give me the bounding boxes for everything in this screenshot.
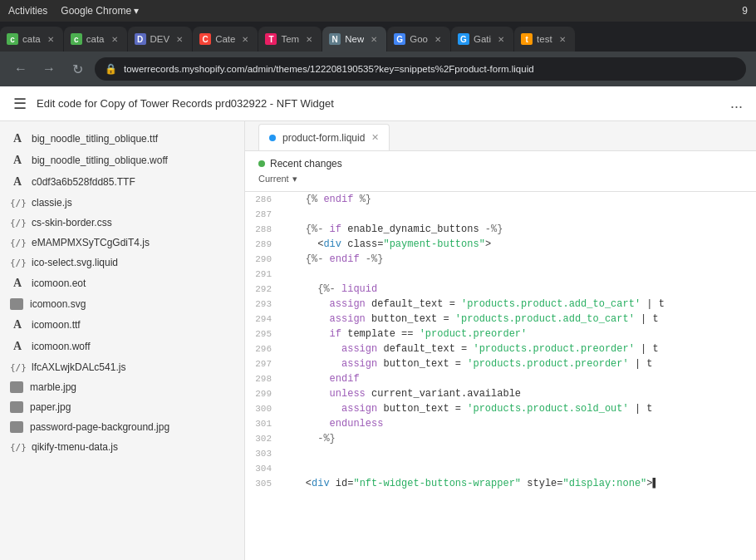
back-button[interactable]: ←: [10, 58, 32, 80]
code-line: 301 endunless: [245, 416, 756, 431]
sidebar-file-item[interactable]: Ac0df3a6b528fdd85.TTF: [0, 171, 244, 193]
tab-close-tab4[interactable]: ✕: [239, 33, 251, 45]
browser-tab-tab7[interactable]: GGoo✕: [387, 27, 450, 52]
sidebar-file-item[interactable]: Abig_noodle_titling_oblique.woff: [0, 150, 244, 171]
tab-favicon-tab6: N: [329, 33, 341, 45]
editor-tab-product-form[interactable]: product-form.liquid ✕: [258, 124, 390, 150]
code-line: 287: [245, 207, 756, 222]
line-number: 286: [245, 192, 282, 207]
line-number: 303: [245, 446, 282, 461]
file-label: icomoon.ttf: [32, 319, 81, 331]
tab-favicon-tab1: c: [7, 33, 18, 45]
current-version-button[interactable]: Current ▾: [258, 174, 297, 184]
tab-close-tab9[interactable]: ✕: [557, 33, 568, 45]
code-line: 303: [245, 446, 756, 461]
file-type-icon: A: [10, 154, 25, 167]
code-line: 298 endif: [245, 371, 756, 386]
tab-label-tab8: Gati: [474, 34, 491, 44]
sidebar-file-item[interactable]: password-page-background.jpg: [0, 417, 244, 437]
line-content: <div id="nft-widget-buttons-wrapper" sty…: [282, 476, 756, 491]
line-number: 300: [245, 401, 282, 416]
tab-close-tab2[interactable]: ✕: [109, 33, 120, 45]
browser-tab-tab6[interactable]: NNew✕: [322, 27, 386, 52]
activities-label[interactable]: Activities: [8, 5, 47, 17]
file-label: marble.jpg: [30, 381, 76, 393]
refresh-button[interactable]: ↻: [66, 58, 88, 80]
line-number: 301: [245, 416, 282, 431]
code-editor[interactable]: 286 {% endif %}287 288 {%- if enable_dyn…: [245, 192, 756, 560]
editor-tab-close-button[interactable]: ✕: [371, 132, 379, 143]
page-title: Edit code for Copy of Tower Records prd0…: [37, 97, 720, 110]
sidebar-file-item[interactable]: icomoon.svg: [0, 294, 244, 314]
file-type-icon: [10, 421, 23, 433]
browser-tab-tab2[interactable]: ccata✕: [64, 27, 127, 52]
tab-label-tab1: cata: [22, 34, 41, 44]
line-content: endif: [282, 371, 756, 386]
sidebar-file-item[interactable]: Aicomoon.eot: [0, 273, 244, 294]
file-type-icon: [10, 381, 23, 393]
editor-tab-label: product-form.liquid: [282, 132, 365, 144]
code-line: 300 assign button_text = 'products.produ…: [245, 401, 756, 416]
address-text: towerrecords.myshopify.com/admin/themes/…: [124, 64, 534, 74]
line-number: 305: [245, 476, 282, 491]
file-type-icon: A: [10, 277, 25, 290]
more-options-button[interactable]: ...: [730, 95, 743, 112]
forward-button[interactable]: →: [38, 58, 60, 80]
sidebar-toggle-button[interactable]: ☰: [13, 95, 27, 113]
line-number: 291: [245, 267, 282, 282]
tab-close-tab5[interactable]: ✕: [303, 33, 315, 45]
line-number: 293: [245, 297, 282, 312]
recent-changes-bar: Recent changes Current ▾: [245, 151, 756, 192]
tab-close-tab3[interactable]: ✕: [174, 33, 185, 45]
tab-close-tab1[interactable]: ✕: [45, 33, 56, 45]
browser-tab-tab3[interactable]: DDEV✕: [128, 27, 193, 52]
sidebar-file-item[interactable]: paper.jpg: [0, 397, 244, 417]
file-type-icon: A: [10, 175, 25, 189]
sidebar-file-item[interactable]: {/}qikify-tmenu-data.js: [0, 437, 244, 457]
sidebar-file-item[interactable]: Abig_noodle_titling_oblique.ttf: [0, 128, 244, 150]
file-type-icon: {/}: [10, 218, 25, 228]
line-content: [282, 267, 756, 282]
line-number: 302: [245, 431, 282, 446]
file-label: classie.js: [32, 197, 72, 209]
address-box[interactable]: 🔒 towerrecords.myshopify.com/admin/theme…: [95, 57, 746, 81]
tab-favicon-tab8: G: [458, 33, 469, 45]
sidebar-file-item[interactable]: {/}eMAMPMXSyTCgGdiT4.js: [0, 233, 244, 253]
file-label: password-page-background.jpg: [30, 421, 169, 433]
chrome-app-label: Google Chrome ▾: [61, 5, 139, 17]
code-line: 294 assign button_text = 'products.produ…: [245, 312, 756, 327]
file-type-icon: {/}: [10, 442, 25, 453]
browser-tab-tab8[interactable]: GGati✕: [451, 27, 513, 52]
browser-tab-tab9[interactable]: ttest✕: [514, 27, 575, 52]
file-label: icomoon.svg: [30, 298, 86, 310]
tab-label-tab3: DEV: [150, 34, 170, 44]
sidebar-file-item[interactable]: {/}classie.js: [0, 193, 244, 213]
line-number: 288: [245, 222, 282, 237]
code-line: 297 assign button_text = 'products.produ…: [245, 356, 756, 371]
line-content: {% endif %}: [282, 192, 756, 207]
sidebar-file-item[interactable]: Aicomoon.woff: [0, 336, 244, 357]
browser-tab-tab5[interactable]: TTem✕: [258, 27, 322, 52]
line-number: 298: [245, 371, 282, 386]
file-label: qikify-tmenu-data.js: [32, 441, 118, 453]
editor-tab-bar: product-form.liquid ✕: [245, 121, 756, 151]
tab-close-tab7[interactable]: ✕: [432, 33, 444, 45]
sidebar-file-item[interactable]: Aicomoon.ttf: [0, 314, 244, 336]
code-line: 293 assign default_text = 'products.prod…: [245, 297, 756, 312]
content-area: ☰ Edit code for Copy of Tower Records pr…: [0, 86, 756, 560]
browser-tab-tab1[interactable]: ccata✕: [0, 27, 63, 52]
sidebar-file-item[interactable]: {/}lfcAXLwjkDALc541.js: [0, 357, 244, 377]
line-number: 294: [245, 312, 282, 327]
browser-tab-tab4[interactable]: CCate✕: [193, 27, 258, 52]
tab-label-tab7: Goo: [410, 34, 428, 44]
line-content: if template == 'product.preorder': [282, 327, 756, 341]
line-content: <div class="payment-buttons">: [282, 237, 756, 252]
tab-close-tab8[interactable]: ✕: [495, 33, 507, 45]
browser-window: ccata✕ccata✕DDEV✕CCate✕TTem✕NNew✕GGoo✕GG…: [0, 22, 756, 560]
file-type-icon: A: [10, 340, 25, 353]
tab-close-tab6[interactable]: ✕: [368, 33, 380, 45]
file-sidebar: Abig_noodle_titling_oblique.ttfAbig_nood…: [0, 121, 245, 560]
sidebar-file-item[interactable]: {/}ico-select.svg.liquid: [0, 253, 244, 273]
sidebar-file-item[interactable]: marble.jpg: [0, 377, 244, 397]
sidebar-file-item[interactable]: {/}cs-skin-border.css: [0, 213, 244, 233]
